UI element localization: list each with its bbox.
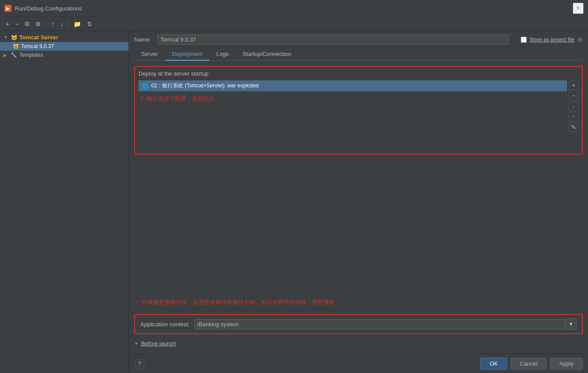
cancel-button[interactable]: Cancel xyxy=(511,358,546,370)
extra-area xyxy=(134,159,583,290)
before-launch-section[interactable]: ▼ Before launch xyxy=(134,338,583,349)
ok-button[interactable]: OK xyxy=(480,358,507,370)
add-config-button[interactable]: + xyxy=(3,19,11,29)
move-down-button[interactable]: ↓ xyxy=(58,19,66,29)
toolbar-separator-2 xyxy=(68,21,69,28)
close-button[interactable]: × xyxy=(573,3,584,14)
deployment-annotation: 1. 确认有这个配置，无则加之 xyxy=(139,91,567,106)
config-area: Deploy at the server startup 🌐 02：银行系统 (… xyxy=(129,61,588,354)
settings-config-button[interactable]: ⚙ xyxy=(33,19,43,29)
bottom-right: OK Cancel Apply xyxy=(480,358,583,370)
move-up-button[interactable]: ↑ xyxy=(49,19,56,29)
deployment-list-wrapper: 🌐 02：银行系统 (Tomcat+Servlet) :war exploded… xyxy=(139,80,578,150)
name-input[interactable] xyxy=(157,35,508,45)
sidebar-item-tomcat-instance[interactable]: 🐱 Tomcat 9.0.37 xyxy=(0,42,129,51)
app-context-section: Application context: ▼ xyxy=(134,314,583,334)
title-bar: ▶ Run/Debug Configurations × xyxy=(0,0,588,17)
list-add-button[interactable]: + xyxy=(569,80,578,90)
app-context-label: Application context: xyxy=(140,321,190,328)
store-project-label[interactable]: Store as project file xyxy=(529,37,574,43)
apply-button[interactable]: Apply xyxy=(550,358,583,370)
right-panel: Name: Store as project file ⚙ Server Dep… xyxy=(129,31,588,373)
bottom-bar: ? OK Cancel Apply xyxy=(129,354,588,373)
tomcat-instance-label: Tomcat 9.0.37 xyxy=(21,43,54,49)
sidebar-item-tomcat-server[interactable]: ▼ 🐱 Tomcat Server xyxy=(0,33,129,42)
name-field-label: Name: xyxy=(134,36,154,43)
app-context-annotation: ／ 代表服务器根目录，后面的名称代表项目名称。默认名称不好阅读，推荐修改 xyxy=(134,295,583,310)
deploy-section: Deploy at the server startup 🌐 02：银行系统 (… xyxy=(134,66,583,155)
app-icon: ▶ xyxy=(4,5,11,12)
deploy-section-label: Deploy at the server startup xyxy=(139,70,578,77)
list-remove-button[interactable]: − xyxy=(569,91,578,100)
list-up-button[interactable]: ▲ xyxy=(569,101,578,111)
list-edit-button[interactable]: ✎ xyxy=(569,122,578,132)
main-content: ▼ 🐱 Tomcat Server 🐱 Tomcat 9.0.37 ▶ 🔧 Te… xyxy=(0,31,588,373)
help-button[interactable]: ? xyxy=(134,359,145,369)
before-launch-arrow: ▼ xyxy=(134,341,139,346)
tab-bar: Server Deployment Logs Startup/Connectio… xyxy=(134,48,583,61)
tomcat-server-label: Tomcat Server xyxy=(19,34,58,41)
deployment-item[interactable]: 🌐 02：银行系统 (Tomcat+Servlet) :war exploded xyxy=(139,80,567,91)
deployment-item-label: 02：银行系统 (Tomcat+Servlet) :war exploded xyxy=(151,82,259,90)
app-context-input[interactable] xyxy=(194,319,566,329)
tomcat-server-icon: 🐱 xyxy=(10,35,17,41)
app-context-dropdown-button[interactable]: ▼ xyxy=(566,318,577,330)
name-row: Name: Store as project file ⚙ xyxy=(129,31,588,48)
templates-icon: 🔧 xyxy=(10,52,17,58)
tab-logs[interactable]: Logs xyxy=(209,48,236,61)
gear-icon[interactable]: ⚙ xyxy=(577,36,583,43)
templates-label: Templates xyxy=(19,52,43,58)
store-project-checkbox[interactable] xyxy=(521,37,527,43)
list-down-button[interactable]: ▼ xyxy=(569,112,578,121)
deployment-item-icon: 🌐 xyxy=(142,83,149,89)
sidebar-item-templates[interactable]: ▶ 🔧 Templates xyxy=(0,51,129,59)
tab-server[interactable]: Server xyxy=(134,48,165,61)
remove-config-button[interactable]: − xyxy=(13,19,21,29)
templates-arrow: ▶ xyxy=(3,53,9,58)
before-launch-label: Before launch xyxy=(141,340,176,347)
sort-button[interactable]: ⇅ xyxy=(85,19,94,29)
tab-startup[interactable]: Startup/Connection xyxy=(236,48,298,61)
tomcat-server-arrow: ▼ xyxy=(3,35,9,40)
store-project-row: Store as project file ⚙ xyxy=(521,36,583,43)
sidebar: ▼ 🐱 Tomcat Server 🐱 Tomcat 9.0.37 ▶ 🔧 Te… xyxy=(0,31,129,373)
deployment-list: 🌐 02：银行系统 (Tomcat+Servlet) :war exploded… xyxy=(139,80,567,150)
toolbar: + − ⧉ ⚙ ↑ ↓ 📁 ⇅ xyxy=(0,17,588,31)
list-actions: + − ▲ ▼ ✎ xyxy=(567,80,578,150)
toolbar-separator xyxy=(46,21,46,28)
copy-config-button[interactable]: ⧉ xyxy=(23,19,31,29)
tomcat-instance-icon: 🐱 xyxy=(12,43,19,49)
folder-button[interactable]: 📁 xyxy=(71,19,83,29)
window-title: Run/Debug Configurations xyxy=(15,5,82,12)
app-context-input-wrapper: ▼ xyxy=(194,318,577,330)
tab-deployment[interactable]: Deployment xyxy=(165,48,209,61)
bottom-left: ? xyxy=(134,359,145,369)
